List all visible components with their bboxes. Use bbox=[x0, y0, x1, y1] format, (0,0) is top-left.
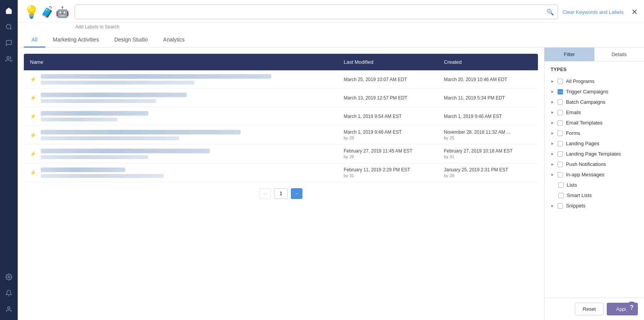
filter-tab-details[interactable]: Details bbox=[594, 48, 644, 61]
tab-analytics[interactable]: Analytics bbox=[156, 33, 193, 48]
expand-chevron-icon[interactable]: ► bbox=[551, 162, 554, 166]
pagination: ← → bbox=[24, 182, 538, 205]
filter-type-item[interactable]: ► In-app Messages bbox=[551, 169, 638, 180]
filter-checkbox[interactable] bbox=[558, 120, 563, 126]
created-date: March 11, 2019 5:34 PM EDT bbox=[444, 95, 532, 101]
table-row: ⚡ March 25, 2019 10:07 AM EDTMarch 20, 2… bbox=[24, 70, 538, 89]
row-lightning-icon: ⚡ bbox=[30, 76, 38, 82]
tab-design[interactable]: Design Studio bbox=[106, 33, 155, 48]
sidebar-icon-settings[interactable] bbox=[2, 270, 16, 284]
filter-tab-filter[interactable]: Filter bbox=[544, 48, 594, 61]
help-button[interactable]: ? bbox=[626, 302, 638, 314]
name-content bbox=[41, 111, 148, 121]
filter-checkbox[interactable] bbox=[558, 79, 563, 84]
filter-type-item[interactable]: ► Forms bbox=[551, 128, 638, 138]
sidebar-icon-bell[interactable] bbox=[2, 286, 16, 300]
tab-all[interactable]: All bbox=[24, 33, 45, 48]
filter-type-item[interactable]: Lists bbox=[551, 180, 638, 190]
results-table: Name Last Modified Created ⚡ March 25, 2… bbox=[24, 54, 538, 182]
filter-checkbox[interactable] bbox=[558, 172, 563, 177]
filter-type-item[interactable]: ► Landing Page Templates bbox=[551, 149, 638, 159]
filter-checkbox[interactable] bbox=[558, 99, 563, 105]
filter-checkbox[interactable]: — bbox=[558, 89, 563, 95]
filter-type-item[interactable]: ► Email Templates bbox=[551, 118, 638, 128]
row-lightning-icon: ⚡ bbox=[30, 170, 38, 176]
sidebar bbox=[0, 0, 18, 320]
created-sub: by 28 bbox=[444, 173, 532, 178]
filter-checkbox[interactable] bbox=[558, 193, 564, 198]
filter-type-item[interactable]: ► — Trigger Campaigns bbox=[551, 86, 638, 97]
created-cell: February 27, 2019 10:18 AM ESTby 31 bbox=[438, 144, 538, 163]
next-page-button[interactable]: → bbox=[291, 188, 302, 199]
created-date: March 20, 2019 10:46 AM EDT bbox=[444, 77, 532, 82]
name-bar-2 bbox=[41, 174, 164, 178]
row-lightning-icon: ⚡ bbox=[30, 95, 38, 101]
prev-page-button[interactable]: ← bbox=[259, 188, 271, 199]
col-name: Name bbox=[24, 54, 337, 70]
filter-checkbox[interactable] bbox=[558, 151, 563, 157]
filter-type-item[interactable]: Smart Lists bbox=[551, 190, 638, 201]
name-cell: ⚡ bbox=[24, 70, 337, 89]
expand-chevron-icon[interactable]: ► bbox=[551, 110, 554, 114]
svg-point-2 bbox=[7, 56, 9, 59]
created-cell: January 25, 2019 2:31 PM ESTby 28 bbox=[438, 163, 538, 182]
expand-chevron-icon[interactable]: ► bbox=[551, 121, 554, 125]
filter-checkbox[interactable] bbox=[558, 203, 563, 209]
last-modified-sub: by 31 bbox=[344, 173, 432, 178]
name-bar-2 bbox=[41, 99, 156, 103]
logo: 💡 🧳 🤖 bbox=[24, 5, 70, 19]
filter-type-label: In-app Messages bbox=[566, 172, 604, 177]
sidebar-icon-home[interactable] bbox=[2, 4, 16, 18]
sidebar-icon-contacts[interactable] bbox=[2, 52, 16, 66]
sidebar-icon-search[interactable] bbox=[2, 20, 16, 34]
clear-keywords-link[interactable]: Clear Keywords and Labels bbox=[563, 9, 624, 15]
main-area: 💡 🧳 🤖 🔍 Clear Keywords and Labels ✕ Add … bbox=[18, 0, 644, 320]
expand-chevron-icon[interactable]: ► bbox=[551, 90, 554, 94]
expand-chevron-icon[interactable]: ► bbox=[551, 131, 554, 135]
page-number-input[interactable] bbox=[274, 188, 288, 199]
last-modified-cell: March 25, 2019 10:07 AM EDT bbox=[337, 70, 438, 89]
filter-type-item[interactable]: ► Landing Pages bbox=[551, 138, 638, 149]
name-cell: ⚡ bbox=[24, 89, 337, 107]
name-cell: ⚡ bbox=[24, 126, 337, 144]
reset-button[interactable]: Reset bbox=[575, 303, 604, 315]
filter-type-label: Batch Campaigns bbox=[566, 99, 606, 105]
table-row: ⚡ March 1, 2019 9:46 AM ESTby 28November… bbox=[24, 126, 538, 144]
name-content bbox=[41, 149, 210, 159]
name-bar-1 bbox=[41, 93, 187, 97]
created-date: November 28, 2018 11:32 AM ...by 25 bbox=[444, 129, 532, 140]
filter-type-item[interactable]: ► Snippets bbox=[551, 201, 638, 211]
filter-type-item[interactable]: ► Emails bbox=[551, 107, 638, 118]
expand-chevron-icon[interactable]: ► bbox=[551, 79, 554, 83]
expand-chevron-icon[interactable]: ► bbox=[551, 152, 554, 156]
sidebar-icon-user[interactable] bbox=[2, 302, 16, 316]
filter-tabs: Filter Details bbox=[544, 48, 644, 61]
search-input[interactable] bbox=[75, 5, 558, 19]
created-cell: March 1, 2019 9:46 AM EST bbox=[438, 107, 538, 126]
last-modified-date: March 13, 2019 12:57 PM EDT bbox=[344, 95, 432, 101]
svg-point-3 bbox=[8, 276, 10, 278]
filter-checkbox[interactable] bbox=[558, 182, 564, 188]
created-sub: by 25 bbox=[444, 136, 532, 140]
expand-chevron-icon[interactable]: ► bbox=[551, 100, 554, 104]
filter-checkbox[interactable] bbox=[558, 110, 563, 115]
expand-chevron-icon[interactable]: ► bbox=[551, 172, 554, 177]
close-button[interactable]: ✕ bbox=[631, 7, 638, 17]
expand-chevron-icon[interactable]: ► bbox=[551, 141, 554, 146]
filter-type-item[interactable]: ► All Programs bbox=[551, 76, 638, 86]
filter-checkbox[interactable] bbox=[558, 162, 563, 167]
filter-type-label: Landing Page Templates bbox=[566, 151, 621, 157]
filter-type-label: All Programs bbox=[566, 78, 594, 84]
tab-marketing[interactable]: Marketing Activities bbox=[45, 33, 107, 48]
filter-checkbox[interactable] bbox=[558, 131, 563, 136]
expand-chevron-icon[interactable]: ► bbox=[551, 204, 554, 208]
created-date: March 1, 2019 9:46 AM EST bbox=[444, 114, 532, 119]
filter-type-item[interactable]: ► Batch Campaigns bbox=[551, 97, 638, 107]
filter-type-item[interactable]: ► Push Notifications bbox=[551, 159, 638, 169]
last-modified-date: March 25, 2019 10:07 AM EDT bbox=[344, 77, 432, 82]
filter-checkbox[interactable] bbox=[558, 141, 563, 146]
last-modified-cell: March 13, 2019 12:57 PM EDT bbox=[337, 89, 438, 107]
sidebar-icon-chat[interactable] bbox=[2, 36, 16, 50]
name-bar-2 bbox=[41, 81, 194, 85]
last-modified-cell: March 1, 2019 9:46 AM ESTby 28 bbox=[337, 126, 438, 144]
